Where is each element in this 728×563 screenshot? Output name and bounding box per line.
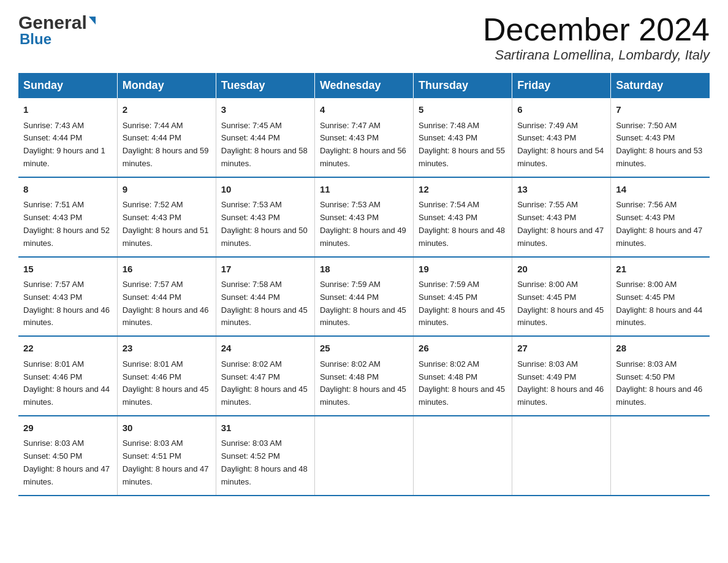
- calendar-cell: 15Sunrise: 7:57 AMSunset: 4:43 PMDayligh…: [18, 257, 117, 337]
- day-number: 20: [517, 262, 605, 277]
- week-row-5: 29Sunrise: 8:03 AMSunset: 4:50 PMDayligh…: [18, 416, 710, 496]
- calendar-cell: 20Sunrise: 8:00 AMSunset: 4:45 PMDayligh…: [512, 257, 611, 337]
- day-info: Sunrise: 7:55 AMSunset: 4:43 PMDaylight:…: [517, 200, 604, 247]
- calendar-cell: 19Sunrise: 7:59 AMSunset: 4:45 PMDayligh…: [414, 257, 512, 337]
- day-info: Sunrise: 8:03 AMSunset: 4:50 PMDaylight:…: [23, 439, 110, 486]
- day-number: 13: [517, 183, 605, 197]
- day-number: 15: [23, 262, 112, 277]
- calendar-cell: 9Sunrise: 7:52 AMSunset: 4:43 PMDaylight…: [117, 177, 216, 257]
- day-number: 22: [23, 342, 112, 356]
- day-info: Sunrise: 7:51 AMSunset: 4:43 PMDaylight:…: [23, 200, 110, 247]
- calendar-cell: [414, 416, 512, 496]
- day-info: Sunrise: 8:03 AMSunset: 4:52 PMDaylight:…: [221, 439, 308, 486]
- day-number: 31: [221, 421, 309, 435]
- day-number: 9: [123, 183, 211, 197]
- calendar-table: SundayMondayTuesdayWednesdayThursdayFrid…: [18, 73, 710, 496]
- calendar-cell: [314, 416, 413, 496]
- day-info: Sunrise: 7:50 AMSunset: 4:43 PMDaylight:…: [616, 121, 702, 168]
- day-number: 11: [320, 183, 408, 197]
- calendar-cell: [512, 416, 611, 496]
- day-number: 18: [320, 262, 408, 277]
- day-number: 21: [616, 262, 705, 277]
- calendar-cell: 31Sunrise: 8:03 AMSunset: 4:52 PMDayligh…: [216, 416, 314, 496]
- day-info: Sunrise: 7:45 AMSunset: 4:44 PMDaylight:…: [221, 121, 308, 168]
- calendar-cell: 26Sunrise: 8:02 AMSunset: 4:48 PMDayligh…: [414, 336, 512, 416]
- day-number: 3: [221, 103, 309, 117]
- day-info: Sunrise: 7:52 AMSunset: 4:43 PMDaylight:…: [123, 200, 209, 247]
- day-info: Sunrise: 8:02 AMSunset: 4:48 PMDaylight:…: [320, 359, 406, 407]
- day-info: Sunrise: 7:53 AMSunset: 4:43 PMDaylight:…: [221, 200, 308, 247]
- day-info: Sunrise: 7:48 AMSunset: 4:43 PMDaylight:…: [419, 121, 505, 168]
- calendar-cell: 13Sunrise: 7:55 AMSunset: 4:43 PMDayligh…: [512, 177, 611, 257]
- day-number: 17: [221, 262, 309, 277]
- day-info: Sunrise: 8:02 AMSunset: 4:48 PMDaylight:…: [419, 359, 505, 407]
- location-subtitle: Sartirana Lomellina, Lombardy, Italy: [483, 47, 710, 63]
- col-header-wednesday: Wednesday: [314, 73, 413, 98]
- calendar-cell: 24Sunrise: 8:02 AMSunset: 4:47 PMDayligh…: [216, 336, 314, 416]
- day-number: 6: [517, 103, 605, 117]
- day-info: Sunrise: 7:57 AMSunset: 4:43 PMDaylight:…: [23, 280, 110, 327]
- calendar-cell: 7Sunrise: 7:50 AMSunset: 4:43 PMDaylight…: [611, 98, 710, 177]
- col-header-sunday: Sunday: [18, 73, 117, 98]
- calendar-cell: 16Sunrise: 7:57 AMSunset: 4:44 PMDayligh…: [117, 257, 216, 337]
- calendar-cell: 21Sunrise: 8:00 AMSunset: 4:45 PMDayligh…: [611, 257, 710, 337]
- calendar-cell: 5Sunrise: 7:48 AMSunset: 4:43 PMDaylight…: [414, 98, 512, 177]
- logo: General Blue: [18, 12, 96, 48]
- day-info: Sunrise: 8:00 AMSunset: 4:45 PMDaylight:…: [517, 280, 604, 327]
- logo-triangle-icon: [89, 17, 96, 25]
- day-info: Sunrise: 7:49 AMSunset: 4:43 PMDaylight:…: [517, 121, 604, 168]
- day-number: 2: [123, 103, 211, 117]
- week-row-1: 1Sunrise: 7:43 AMSunset: 4:44 PMDaylight…: [18, 98, 710, 177]
- calendar-cell: 28Sunrise: 8:03 AMSunset: 4:50 PMDayligh…: [611, 336, 710, 416]
- month-title: December 2024: [483, 12, 710, 47]
- calendar-cell: 8Sunrise: 7:51 AMSunset: 4:43 PMDaylight…: [18, 177, 117, 257]
- day-info: Sunrise: 7:56 AMSunset: 4:43 PMDaylight:…: [616, 200, 702, 247]
- day-number: 5: [419, 103, 507, 117]
- day-info: Sunrise: 7:58 AMSunset: 4:44 PMDaylight:…: [221, 280, 308, 327]
- calendar-cell: 4Sunrise: 7:47 AMSunset: 4:43 PMDaylight…: [314, 98, 413, 177]
- day-number: 10: [221, 183, 309, 197]
- logo-general-text: General: [18, 12, 87, 33]
- col-header-friday: Friday: [512, 73, 611, 98]
- day-number: 24: [221, 342, 309, 356]
- calendar-cell: 1Sunrise: 7:43 AMSunset: 4:44 PMDaylight…: [18, 98, 117, 177]
- day-number: 8: [23, 183, 112, 197]
- week-row-4: 22Sunrise: 8:01 AMSunset: 4:46 PMDayligh…: [18, 336, 710, 416]
- day-info: Sunrise: 8:01 AMSunset: 4:46 PMDaylight:…: [123, 359, 209, 407]
- day-number: 28: [616, 342, 705, 356]
- week-row-2: 8Sunrise: 7:51 AMSunset: 4:43 PMDaylight…: [18, 177, 710, 257]
- calendar-cell: 17Sunrise: 7:58 AMSunset: 4:44 PMDayligh…: [216, 257, 314, 337]
- day-info: Sunrise: 8:03 AMSunset: 4:51 PMDaylight:…: [123, 439, 209, 486]
- day-info: Sunrise: 8:00 AMSunset: 4:45 PMDaylight:…: [616, 280, 702, 327]
- calendar-cell: 30Sunrise: 8:03 AMSunset: 4:51 PMDayligh…: [117, 416, 216, 496]
- calendar-cell: 3Sunrise: 7:45 AMSunset: 4:44 PMDaylight…: [216, 98, 314, 177]
- day-info: Sunrise: 7:59 AMSunset: 4:45 PMDaylight:…: [419, 280, 505, 327]
- day-number: 16: [123, 262, 211, 277]
- day-number: 12: [419, 183, 507, 197]
- calendar-cell: 29Sunrise: 8:03 AMSunset: 4:50 PMDayligh…: [18, 416, 117, 496]
- calendar-cell: 23Sunrise: 8:01 AMSunset: 4:46 PMDayligh…: [117, 336, 216, 416]
- calendar-cell: 12Sunrise: 7:54 AMSunset: 4:43 PMDayligh…: [414, 177, 512, 257]
- day-info: Sunrise: 7:43 AMSunset: 4:44 PMDaylight:…: [23, 121, 105, 168]
- title-area: December 2024 Sartirana Lomellina, Lomba…: [483, 12, 710, 63]
- day-info: Sunrise: 7:54 AMSunset: 4:43 PMDaylight:…: [419, 200, 505, 247]
- calendar-header-row: SundayMondayTuesdayWednesdayThursdayFrid…: [18, 73, 710, 98]
- day-info: Sunrise: 8:01 AMSunset: 4:46 PMDaylight:…: [23, 359, 110, 407]
- day-info: Sunrise: 8:03 AMSunset: 4:49 PMDaylight:…: [517, 359, 604, 407]
- day-number: 1: [23, 103, 112, 117]
- day-info: Sunrise: 7:59 AMSunset: 4:44 PMDaylight:…: [320, 280, 406, 327]
- day-number: 4: [320, 103, 408, 117]
- col-header-thursday: Thursday: [414, 73, 512, 98]
- calendar-cell: 2Sunrise: 7:44 AMSunset: 4:44 PMDaylight…: [117, 98, 216, 177]
- day-info: Sunrise: 7:47 AMSunset: 4:43 PMDaylight:…: [320, 121, 406, 168]
- day-number: 29: [23, 421, 112, 435]
- logo-blue-text: Blue: [20, 31, 51, 48]
- calendar-cell: [611, 416, 710, 496]
- day-number: 14: [616, 183, 705, 197]
- day-info: Sunrise: 8:02 AMSunset: 4:47 PMDaylight:…: [221, 359, 308, 407]
- calendar-cell: 27Sunrise: 8:03 AMSunset: 4:49 PMDayligh…: [512, 336, 611, 416]
- day-number: 26: [419, 342, 507, 356]
- col-header-monday: Monday: [117, 73, 216, 98]
- calendar-body: 1Sunrise: 7:43 AMSunset: 4:44 PMDaylight…: [18, 98, 710, 495]
- col-header-saturday: Saturday: [611, 73, 710, 98]
